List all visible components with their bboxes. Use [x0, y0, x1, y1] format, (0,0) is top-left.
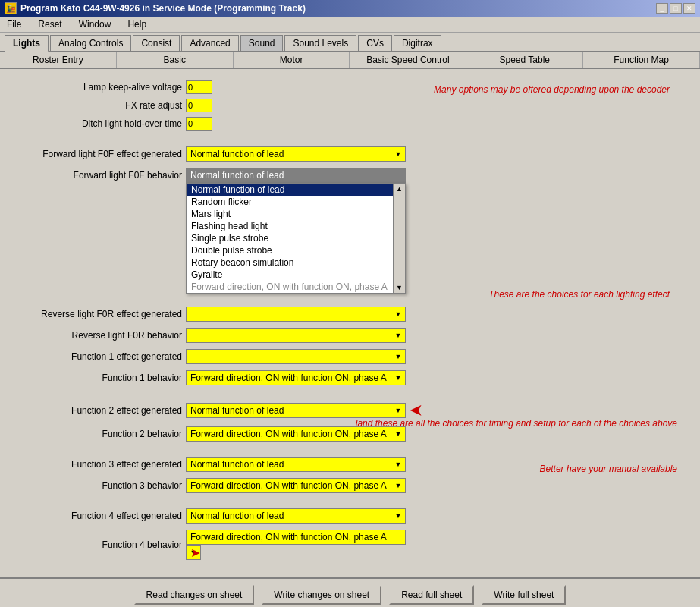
func1-effect-select[interactable] — [186, 349, 406, 364]
dropdown-item-5[interactable]: Double pulse strobe — [187, 244, 393, 256]
fx-rate-input[interactable] — [186, 99, 212, 112]
reverse-effect-dropdown-wrapper: ▼ — [186, 307, 406, 322]
func3-effect-arrow[interactable]: ▼ — [391, 457, 406, 472]
main-content: Many options may be offered depending up… — [0, 69, 700, 577]
subtab-basic[interactable]: Basic — [117, 52, 234, 68]
func1-effect-arrow[interactable]: ▼ — [391, 349, 406, 364]
main-tab-bar: Lights Analog Controls Consist Advanced … — [0, 33, 700, 52]
forward-behavior-row: Forward light F0F behavior Normal functi… — [15, 168, 685, 183]
dropdown-item-4[interactable]: Single pulse strobe — [187, 232, 393, 244]
dropdown-items-container: Normal function of lead Random flicker M… — [187, 184, 393, 293]
window-controls: _ □ ✕ — [656, 3, 695, 14]
tab-digitrax[interactable]: Digitrax — [394, 35, 441, 51]
subtab-function-map[interactable]: Function Map — [583, 52, 700, 68]
minimize-button[interactable]: _ — [656, 3, 668, 14]
fx-rate-label: FX rate adjust — [15, 100, 182, 111]
forward-effect-row: Forward light F0F effect generated Norma… — [15, 146, 685, 162]
tab-consist[interactable]: Consist — [133, 35, 180, 51]
reverse-behavior-row: Reverse light F0R behavior ▼ — [15, 328, 685, 343]
func1-behavior-select[interactable]: Forward direction, ON with function ON, … — [186, 370, 406, 385]
ditch-holdover-input[interactable] — [186, 117, 212, 131]
tab-sound-levels[interactable]: Sound Levels — [284, 35, 356, 51]
reverse-effect-row: Reverse light F0R effect generated ▼ — [15, 307, 685, 322]
func4-effect-arrow[interactable]: ▼ — [391, 508, 406, 524]
dropdown-item-0[interactable]: Normal function of lead — [187, 184, 393, 196]
lamp-keepalive-input[interactable] — [186, 80, 212, 94]
window-title: Program Kato C44-9W-4926 in Service Mode… — [20, 3, 306, 14]
dropdown-item-6[interactable]: Rotary beacon simulation — [187, 256, 393, 269]
dropdown-item-1[interactable]: Random flicker — [187, 196, 393, 208]
func1-effect-row: Function 1 effect generated ▼ — [15, 349, 685, 364]
app-icon: 🚂 — [5, 2, 17, 14]
reverse-behavior-select[interactable] — [186, 328, 406, 343]
annotation-mid: These are the choices for each lighting … — [488, 289, 670, 300]
func2-effect-arrow[interactable]: ▼ — [391, 403, 406, 418]
func4-effect-select[interactable]: Normal function of lead — [186, 508, 406, 524]
dropdown-item-7[interactable]: Gyralite — [187, 269, 393, 281]
forward-effect-arrow[interactable]: ▼ — [391, 146, 406, 162]
forward-behavior-dropdown-wrapper: Normal function of lead Normal function … — [186, 168, 406, 183]
func4-effect-row: Function 4 effect generated Normal funct… — [15, 508, 685, 524]
reverse-effect-select[interactable] — [186, 307, 406, 322]
forward-behavior-open-list: Normal function of lead Random flicker M… — [186, 183, 406, 294]
dropdown-scrollbar[interactable]: ▲ ▼ — [393, 184, 405, 293]
func4-behavior-label: Function 4 behavior — [15, 539, 182, 550]
maximize-button[interactable]: □ — [670, 3, 682, 14]
tab-advanced[interactable]: Advanced — [181, 35, 238, 51]
forward-effect-select[interactable]: Normal function of lead — [186, 146, 406, 162]
func4-behavior-arrow[interactable]: ➤ ▼ — [186, 545, 201, 560]
read-changes-button[interactable]: Read changes on sheet — [134, 585, 255, 605]
menu-help[interactable]: Help — [125, 18, 149, 30]
subtab-motor[interactable]: Motor — [234, 52, 350, 68]
menu-file[interactable]: File — [5, 18, 24, 30]
func2-behavior-dropdown-wrapper: Forward direction, ON with function ON, … — [186, 426, 406, 442]
reverse-behavior-arrow[interactable]: ▼ — [391, 328, 406, 343]
write-changes-button[interactable]: Write changes on sheet — [262, 585, 381, 605]
fx-rate-row: FX rate adjust — [15, 99, 685, 112]
subtab-bar: Roster Entry Basic Motor Basic Speed Con… — [0, 52, 700, 69]
func4-effect-label: Function 4 effect generated — [15, 511, 182, 521]
reverse-effect-label: Reverse light F0R effect generated — [15, 309, 182, 319]
bottom-area: Read changes on sheet Write changes on s… — [0, 577, 700, 607]
menu-window[interactable]: Window — [77, 18, 114, 30]
forward-effect-label: Forward light F0F effect generated — [15, 149, 182, 159]
func4-effect-dropdown-wrapper: Normal function of lead ▼ — [186, 508, 406, 524]
func3-behavior-label: Function 3 behavior — [15, 480, 182, 491]
func1-behavior-arrow[interactable]: ▼ — [391, 370, 406, 385]
func2-effect-dropdown-wrapper: Normal function of lead ▼ — [186, 403, 406, 418]
func4-behavior-dropdown-wrapper: Forward direction, ON with function ON, … — [186, 530, 406, 560]
btn-row-1: Read changes on sheet Write changes on s… — [0, 585, 700, 605]
write-full-button[interactable]: Write full sheet — [482, 585, 566, 605]
func3-effect-label: Function 3 effect generated — [15, 459, 182, 470]
tab-lights[interactable]: Lights — [5, 35, 49, 52]
subtab-basic-speed[interactable]: Basic Speed Control — [350, 52, 466, 68]
ditch-holdover-label: Ditch light hold-over time — [15, 118, 182, 129]
func3-behavior-select[interactable]: Forward direction, ON with function ON, … — [186, 478, 406, 493]
tab-cvs[interactable]: CVs — [358, 35, 392, 51]
func3-behavior-row: Function 3 behavior Forward direction, O… — [15, 478, 685, 493]
func1-behavior-dropdown-wrapper: Forward direction, ON with function ON, … — [186, 370, 406, 385]
func3-behavior-dropdown-wrapper: Forward direction, ON with function ON, … — [186, 478, 406, 493]
read-full-button[interactable]: Read full sheet — [389, 585, 474, 605]
func2-behavior-row: Function 2 behavior Forward direction, O… — [15, 426, 685, 442]
subtab-roster[interactable]: Roster Entry — [0, 52, 117, 68]
lamp-keepalive-label: Lamp keep-alive voltage — [15, 82, 182, 93]
func1-effect-dropdown-wrapper: ▼ — [186, 349, 406, 364]
func4-behavior-select[interactable]: Forward direction, ON with function ON, … — [186, 530, 406, 545]
dropdown-item-3[interactable]: Flashing head light — [187, 220, 393, 232]
tab-analog[interactable]: Analog Controls — [50, 35, 131, 51]
func2-effect-select[interactable]: Normal function of lead — [186, 403, 406, 418]
func3-effect-select[interactable]: Normal function of lead — [186, 457, 406, 472]
func2-behavior-select[interactable]: Forward direction, ON with function ON, … — [186, 426, 406, 442]
close-button[interactable]: ✕ — [683, 3, 695, 14]
func2-behavior-arrow[interactable]: ▼ — [391, 426, 406, 442]
tab-sound[interactable]: Sound — [240, 35, 284, 51]
menu-reset[interactable]: Reset — [36, 18, 64, 30]
reverse-effect-arrow[interactable]: ▼ — [391, 307, 406, 322]
dropdown-item-8[interactable]: Forward direction, ON with function ON, … — [187, 281, 393, 293]
dropdown-item-2[interactable]: Mars light — [187, 208, 393, 220]
func2-behavior-label: Function 2 behavior — [15, 429, 182, 439]
forward-behavior-selected[interactable]: Normal function of lead — [186, 168, 406, 183]
func3-behavior-arrow[interactable]: ▼ — [391, 478, 406, 493]
subtab-speed-table[interactable]: Speed Table — [466, 52, 583, 68]
